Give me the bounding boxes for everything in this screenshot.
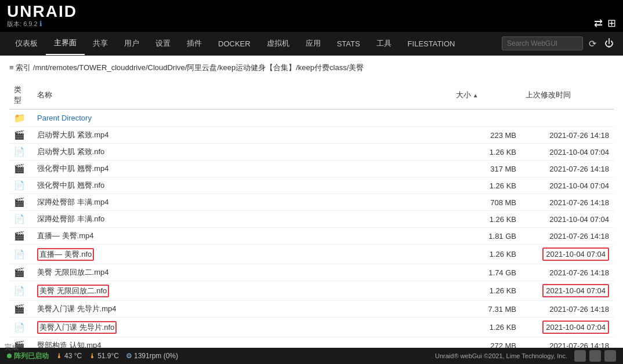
file-name[interactable]: Parent Directory <box>32 110 451 127</box>
file-type-icon: 🎬 <box>9 161 32 177</box>
file-type-icon: 📄 <box>9 211 32 228</box>
file-size: 1.26 KB <box>451 281 521 301</box>
temp1-value: 43 °C <box>64 352 82 360</box>
page-ready: 完成 <box>5 343 19 352</box>
content-area: ≡ 索引 /mnt/remotes/TOWER_clouddrive/Cloud… <box>0 56 623 361</box>
table-row[interactable]: 📄直播— 美臀.nfo1.26 KB2021-10-04 07:04 <box>9 245 614 264</box>
file-name: 美臀 无限回放二.mp4 <box>32 264 451 281</box>
file-type-icon: 🎬 <box>9 194 32 211</box>
top-bar: UNRAID 版本: 6.9.2 ℹ ⇄ ⊞ <box>0 0 623 32</box>
temp2-value: 51.9°C <box>97 352 119 360</box>
file-table: 类型 名称 大小 上次修改时间 📁Parent Directory🎬启动臀大肌 … <box>9 81 614 354</box>
parent-dir-link[interactable]: Parent Directory <box>37 114 92 122</box>
table-row[interactable]: 📄美臀入门课 先导片.nfo1.26 KB2021-10-04 07:04 <box>9 318 614 337</box>
file-name: 强化臀中肌 翘臀.nfo <box>32 177 451 194</box>
copyright-text: Unraid® webGui ©2021, Lime Technology, I… <box>435 352 567 359</box>
col-header-size[interactable]: 大小 <box>451 81 521 110</box>
nav-item-vm[interactable]: 虚拟机 <box>259 32 298 54</box>
file-size: 1.26 KB <box>451 245 521 264</box>
nav-item-share[interactable]: 共享 <box>85 32 116 54</box>
nav-item-main[interactable]: 主界面 <box>46 32 85 55</box>
fan-icon: ⚙ <box>126 352 132 360</box>
table-row[interactable]: 📄美臀 无限回放二.nfo1.26 KB2021-10-04 07:04 <box>9 281 614 301</box>
file-size: 223 MB <box>451 127 521 144</box>
table-row[interactable]: 🎬美臀入门课 先导片.mp47.31 MB2021-07-26 14:18 <box>9 301 614 318</box>
nav-item-docker[interactable]: DOCKER <box>210 34 259 54</box>
file-size: 1.74 GB <box>451 264 521 281</box>
file-name: 直播— 美臀.mp4 <box>32 228 451 245</box>
table-row[interactable]: 🎬直播— 美臀.mp41.81 GB2021-07-26 14:18 <box>9 228 614 245</box>
col-header-type[interactable]: 类型 <box>9 81 32 110</box>
file-type-icon: 🎬 <box>9 127 32 144</box>
nav-item-apps[interactable]: 应用 <box>298 32 329 54</box>
nav-item-settings[interactable]: 设置 <box>147 32 179 54</box>
file-size: 1.26 KB <box>451 144 521 161</box>
social-icon-3[interactable] <box>604 350 616 361</box>
table-row[interactable]: 📄启动臀大肌 紧致.nfo1.26 KB2021-10-04 07:04 <box>9 144 614 161</box>
file-date: 2021-10-04 07:04 <box>521 177 614 194</box>
version-number: 6.9.2 <box>23 20 37 27</box>
file-date: 2021-10-04 07:04 <box>521 245 614 264</box>
file-name: 深蹲处臀部 丰满.nfo <box>32 211 451 228</box>
scroll-icon-button[interactable]: ⊞ <box>607 17 616 30</box>
file-type-icon: 📄 <box>9 318 32 337</box>
file-name: 启动臀大肌 紧致.mp4 <box>32 127 451 144</box>
info-icon[interactable]: ℹ <box>39 20 42 28</box>
file-date: 2021-10-04 07:04 <box>521 144 614 161</box>
file-date: 2021-07-26 14:18 <box>521 161 614 177</box>
file-type-icon: 🎬 <box>9 228 32 245</box>
temp1-icon: 🌡 <box>56 352 63 360</box>
fan-stat: ⚙ 1391rpm (0%) <box>126 352 178 360</box>
search-input[interactable] <box>502 37 583 50</box>
file-type-icon: 📄 <box>9 245 32 264</box>
table-row[interactable]: 🎬深蹲处臀部 丰满.mp4708 MB2021-07-26 14:18 <box>9 194 614 211</box>
array-status-text: 阵列已启动 <box>14 351 49 361</box>
file-size: 1.81 GB <box>451 228 521 245</box>
status-bar: 阵列已启动 🌡 43 °C 🌡 51.9°C ⚙ 1391rpm (0%) Un… <box>0 348 623 361</box>
nav-item-stats[interactable]: STATS <box>329 34 368 54</box>
nav-search: ⟳ ⏻ <box>502 37 616 50</box>
logo: UNRAID <box>7 3 77 20</box>
file-date: 2021-07-26 14:18 <box>521 264 614 281</box>
nav-item-plugins[interactable]: 插件 <box>179 32 210 54</box>
file-name: 启动臀大肌 紧致.nfo <box>32 144 451 161</box>
file-size: 317 MB <box>451 161 521 177</box>
table-row[interactable]: 🎬启动臀大肌 紧致.mp4223 MB2021-07-26 14:18 <box>9 127 614 144</box>
table-row[interactable]: 📄深蹲处臀部 丰满.nfo1.26 KB2021-10-04 07:04 <box>9 211 614 228</box>
array-status: 阵列已启动 <box>7 351 49 361</box>
file-date: 2021-07-26 14:18 <box>521 301 614 318</box>
col-header-name[interactable]: 名称 <box>32 81 451 110</box>
version-row: 版本: 6.9.2 ℹ <box>7 20 77 28</box>
file-size: 708 MB <box>451 194 521 211</box>
fan-value: 1391rpm (0%) <box>134 352 178 360</box>
file-date: 2021-10-04 07:04 <box>521 281 614 301</box>
file-name: 美臀入门课 先导片.nfo <box>32 318 451 337</box>
social-icon-2[interactable] <box>589 350 601 361</box>
breadcrumb-text: ≡ 索引 /mnt/remotes/TOWER_clouddrive/Cloud… <box>9 63 364 73</box>
file-type-icon: 📁 <box>9 110 32 127</box>
table-row[interactable]: 📄强化臀中肌 翘臀.nfo1.26 KB2021-10-04 07:04 <box>9 177 614 194</box>
file-type-icon: 📄 <box>9 281 32 301</box>
col-header-date[interactable]: 上次修改时间 <box>521 81 614 110</box>
file-name: 美臀入门课 先导片.mp4 <box>32 301 451 318</box>
file-date: 2021-07-26 14:18 <box>521 194 614 211</box>
version-label: 版本: <box>7 20 21 27</box>
scroll-right-button[interactable]: ⇄ <box>594 17 603 30</box>
logout-icon[interactable]: ⏻ <box>602 37 616 50</box>
nav-item-filestation[interactable]: FILESTATION <box>400 34 463 54</box>
social-icon-1[interactable] <box>574 350 586 361</box>
nav-item-user[interactable]: 用户 <box>116 32 147 54</box>
table-row[interactable]: 🎬强化臀中肌 翘臀.mp4317 MB2021-07-26 14:18 <box>9 161 614 177</box>
file-name: 直播— 美臀.nfo <box>32 245 451 264</box>
refresh-icon[interactable]: ⟳ <box>586 37 599 50</box>
file-size: 1.26 KB <box>451 177 521 194</box>
file-date: 2021-10-04 07:04 <box>521 211 614 228</box>
table-row[interactable]: 📁Parent Directory <box>9 110 614 127</box>
nav-item-tools[interactable]: 工具 <box>368 32 400 54</box>
file-date: 2021-07-26 14:18 <box>521 228 614 245</box>
file-date: 2021-07-26 14:18 <box>521 127 614 144</box>
nav-item-dashboard[interactable]: 仪表板 <box>7 32 46 54</box>
file-size <box>451 110 521 127</box>
file-type-icon: 🎬 <box>9 264 32 281</box>
table-row[interactable]: 🎬美臀 无限回放二.mp41.74 GB2021-07-26 14:18 <box>9 264 614 281</box>
